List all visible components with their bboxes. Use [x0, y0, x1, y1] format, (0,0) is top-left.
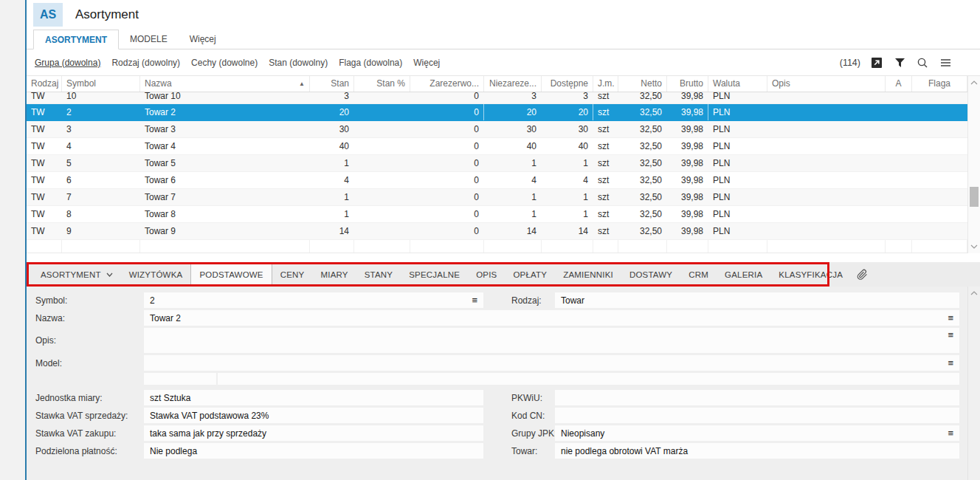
cell-col-2: Towar 2 [140, 104, 310, 120]
detail-tab[interactable]: PODSTAWOWE [190, 262, 272, 287]
rodzaj-field[interactable]: Towar [555, 292, 959, 308]
table-row[interactable]: TW9Towar 91401414szt32,5039,98PLN [27, 223, 967, 240]
kod-cn-label: Kod CN: [483, 408, 555, 423]
vat-sprzedazy-field[interactable]: Stawka VAT podstawowa 23% [144, 408, 483, 423]
opis-field[interactable]: ≡ [144, 328, 959, 353]
model-field[interactable]: ≡ [144, 355, 959, 371]
column-header[interactable]: ▲Niezareze... [484, 76, 542, 92]
table-row[interactable]: TW6Towar 64044szt32,5039,98PLN [27, 172, 967, 189]
symbol-field[interactable]: 2 ≡ [144, 292, 483, 308]
cell-col-7: 1 [542, 206, 593, 222]
column-header[interactable]: ▲Flaga [912, 76, 967, 92]
detail-tab[interactable]: SPECJALNE [401, 262, 468, 287]
column-header[interactable]: ▲Dostępne [542, 76, 593, 92]
field-menu-icon[interactable]: ≡ [948, 313, 953, 323]
column-header[interactable]: ▲Rodzaj [27, 76, 62, 92]
detail-tab[interactable]: ZAMIENNIKI [555, 262, 621, 287]
column-header-label: J.m. [598, 78, 615, 89]
column-header[interactable]: ▲Stan [310, 76, 354, 92]
field-menu-icon[interactable]: ≡ [948, 358, 953, 368]
export-icon[interactable] [870, 56, 883, 69]
column-header[interactable]: ▲Netto [618, 76, 667, 92]
field-menu-icon[interactable]: ≡ [948, 330, 953, 340]
main-tab[interactable]: Więcej [179, 30, 227, 49]
detail-tab[interactable]: GALERIA [717, 262, 770, 287]
cell-col-9 [618, 240, 667, 253]
grid-scrollbar[interactable] [967, 76, 980, 253]
cell-col-0: TW [27, 206, 62, 222]
scrollbar-thumb[interactable] [970, 187, 979, 207]
table-row[interactable]: TW2Towar 22002020szt32,5039,98PLN [27, 104, 967, 121]
main-tab[interactable]: ASORTYMENT [33, 30, 119, 49]
filter-item[interactable]: Flaga (dowolna) [339, 58, 402, 68]
grupy-jpk-field[interactable]: Nieopisany ≡ [555, 425, 959, 441]
cell-col-2 [140, 240, 310, 253]
filter-item[interactable]: Rodzaj (dowolny) [111, 58, 180, 68]
main-tab[interactable]: MODELE [119, 30, 179, 49]
cell-col-9: 32,50 [618, 92, 667, 103]
filter-item[interactable]: Grupa (dowolna) [35, 58, 100, 68]
model-extra-field-2[interactable] [218, 373, 959, 385]
cell-col-2: Towar 5 [140, 155, 310, 171]
column-header[interactable]: ▲Stan % [354, 76, 410, 92]
field-menu-icon[interactable]: ≡ [472, 295, 477, 305]
table-row[interactable]: TW3Towar 33003030szt32,5039,98PLN [27, 121, 967, 138]
filter-item[interactable]: Więcej [413, 58, 440, 68]
cell-col-14 [912, 121, 967, 137]
form-scrollbar[interactable] [967, 287, 980, 480]
column-header-label: A [895, 78, 901, 89]
towar-field[interactable]: nie podlega obrotowi VAT marża [555, 443, 959, 459]
column-header[interactable]: ▲A [886, 76, 912, 92]
table-row[interactable]: TW4Towar 44004040szt32,5039,98PLN [27, 138, 967, 155]
cell-col-7: 1 [542, 155, 593, 171]
column-header[interactable]: ▲Waluta [708, 76, 767, 92]
detail-tab[interactable]: MIARY [313, 262, 356, 287]
scroll-down-icon[interactable] [968, 241, 980, 252]
vat-sprzedazy-value: Stawka VAT podstawowa 23% [150, 411, 269, 421]
pkwiu-field[interactable] [555, 390, 959, 405]
vat-zakupu-field[interactable]: taka sama jak przy sprzedaży [144, 425, 483, 441]
column-header[interactable]: ▲Brutto [667, 76, 708, 92]
column-header[interactable]: ▲Zarezerwo... [410, 76, 484, 92]
new-row-placeholder[interactable] [27, 240, 967, 253]
form-row-jednostka: Jednostka miary: szt Sztuka PKWiU: [27, 390, 959, 405]
table-row[interactable]: TW8Towar 81011szt32,5039,98PLN [27, 206, 967, 223]
scroll-up-icon[interactable] [968, 78, 980, 88]
cell-col-0: TW [27, 172, 62, 188]
table-row[interactable]: TW5Towar 51011szt32,5039,98PLN [27, 155, 967, 172]
kod-cn-field[interactable] [555, 408, 959, 423]
field-menu-icon[interactable]: ≡ [948, 428, 953, 438]
cell-col-4 [354, 138, 410, 154]
detail-tab[interactable]: DOSTAWY [621, 262, 680, 287]
filter-item[interactable]: Stan (dowolny) [269, 58, 328, 68]
detail-tab[interactable]: ASORTYMENT [32, 262, 121, 287]
detail-tab[interactable]: OPIS [468, 262, 505, 287]
detail-tab[interactable]: KLASYFIKACJA [770, 262, 851, 287]
search-icon[interactable] [916, 56, 929, 69]
column-header[interactable]: ▲J.m. [593, 76, 618, 92]
table-row[interactable]: TW7Towar 71011szt32,5039,98PLN [27, 189, 967, 206]
detail-tab[interactable]: OPŁATY [505, 262, 555, 287]
form-row-vat-sprzedazy: Stawka VAT sprzedaży: Stawka VAT podstaw… [27, 408, 959, 423]
nazwa-field[interactable]: Towar 2 ≡ [144, 310, 959, 326]
menu-hamburger-icon[interactable] [939, 56, 952, 69]
filter-item[interactable]: Cechy (dowolne) [191, 58, 258, 68]
detail-tab[interactable]: STANY [356, 262, 401, 287]
filter-funnel-icon[interactable] [893, 56, 906, 69]
jednostka-field[interactable]: szt Sztuka [144, 390, 483, 405]
column-header[interactable]: ▲Opis [767, 76, 886, 92]
cell-col-4 [354, 189, 410, 205]
attachment-paperclip-button[interactable] [851, 262, 874, 287]
cell-col-3: 14 [310, 223, 354, 239]
detail-tab[interactable]: CRM [680, 262, 717, 287]
table-row[interactable]: TW10Towar 103033szt32,5039,98PLN [27, 92, 967, 104]
column-header[interactable]: ▲Symbol [62, 76, 140, 92]
cell-col-8: szt [593, 138, 618, 154]
column-header[interactable]: ▲Nazwa [140, 76, 310, 92]
cell-col-8: szt [593, 223, 618, 239]
scroll-up-icon[interactable] [968, 288, 980, 298]
model-extra-field-1[interactable] [144, 373, 216, 385]
detail-tab[interactable]: CENY [272, 262, 313, 287]
detail-tab[interactable]: WIZYTÓWKA [121, 262, 191, 287]
podzielona-field[interactable]: Nie podlega [144, 443, 483, 459]
